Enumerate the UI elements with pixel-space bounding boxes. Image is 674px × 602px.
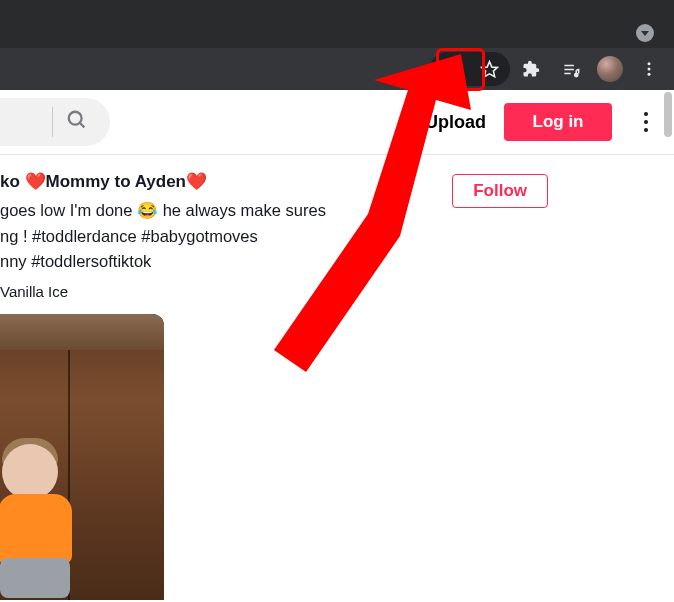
app-more-button[interactable] — [630, 102, 662, 142]
follow-button[interactable]: Follow — [452, 174, 548, 208]
caption-line: ng ! #toddlerdance #babygotmoves — [0, 224, 674, 250]
scrollbar-thumb[interactable] — [664, 92, 672, 137]
svg-point-3 — [648, 68, 651, 71]
thumbnail-subject — [0, 440, 90, 600]
search-divider — [52, 107, 53, 137]
svg-point-2 — [648, 62, 651, 65]
browser-toolbar — [0, 48, 674, 90]
extensions-icon[interactable] — [512, 51, 550, 87]
download-icon[interactable] — [432, 51, 470, 87]
caption-line: nny #toddlersoftiktok — [0, 249, 674, 275]
tab-dropdown-icon[interactable] — [636, 24, 654, 42]
post-content: ko ❤️Mommy to Ayden❤️ goes low I'm done … — [0, 155, 674, 600]
video-thumbnail[interactable] — [0, 314, 164, 600]
profile-bio: Mommy to Ayden — [46, 172, 186, 191]
svg-point-5 — [69, 112, 82, 125]
profile-name-line[interactable]: ko ❤️Mommy to Ayden❤️ — [0, 171, 674, 192]
thumbnail-bg-top — [0, 314, 164, 350]
star-icon[interactable] — [470, 51, 508, 87]
media-control-icon[interactable] — [552, 51, 590, 87]
heart-icon: ❤️ — [25, 172, 46, 191]
caption-line: goes low I'm done 😂 he always make sures — [0, 198, 674, 224]
post-caption: goes low I'm done 😂 he always make sures… — [0, 198, 674, 275]
toolbar-pill-group — [430, 52, 510, 86]
heart-icon: ❤️ — [186, 172, 207, 191]
browser-tabstrip — [0, 0, 674, 48]
profile-avatar[interactable] — [597, 56, 623, 82]
svg-line-6 — [80, 123, 85, 128]
login-button[interactable]: Log in — [504, 103, 612, 141]
app-header: Upload Log in — [0, 90, 674, 155]
search-input[interactable] — [0, 98, 110, 146]
svg-marker-0 — [481, 61, 497, 76]
svg-point-4 — [648, 73, 651, 76]
upload-button[interactable]: Upload — [425, 112, 486, 133]
username-partial: ko — [0, 172, 20, 191]
chrome-menu-icon[interactable] — [630, 51, 668, 87]
music-label[interactable]: Vanilla Ice — [0, 283, 674, 300]
search-icon[interactable] — [66, 109, 88, 135]
svg-point-1 — [574, 73, 577, 76]
